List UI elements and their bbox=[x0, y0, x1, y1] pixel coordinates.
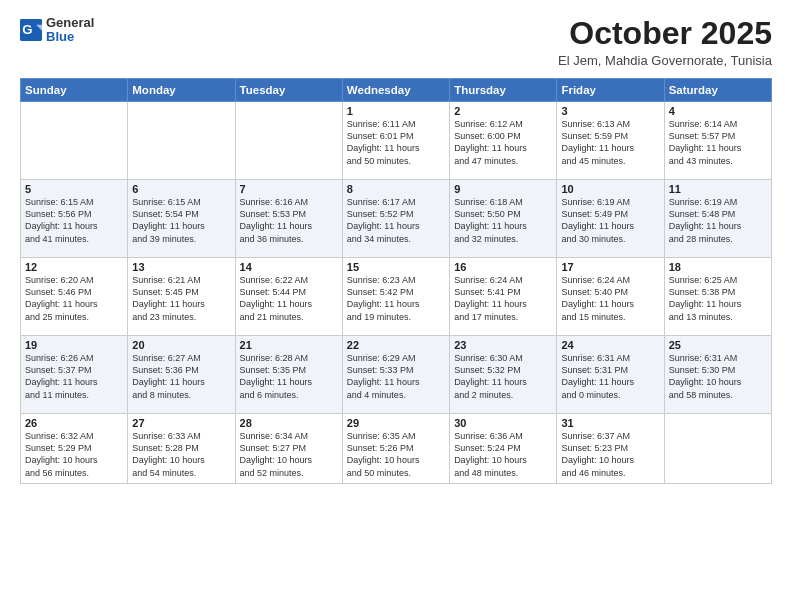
day-number: 25 bbox=[669, 339, 767, 351]
day-details: Sunrise: 6:14 AM Sunset: 5:57 PM Dayligh… bbox=[669, 118, 767, 167]
calendar-cell: 25Sunrise: 6:31 AM Sunset: 5:30 PM Dayli… bbox=[664, 336, 771, 414]
calendar-cell: 22Sunrise: 6:29 AM Sunset: 5:33 PM Dayli… bbox=[342, 336, 449, 414]
calendar-cell: 24Sunrise: 6:31 AM Sunset: 5:31 PM Dayli… bbox=[557, 336, 664, 414]
day-number: 17 bbox=[561, 261, 659, 273]
day-details: Sunrise: 6:26 AM Sunset: 5:37 PM Dayligh… bbox=[25, 352, 123, 401]
title-block: October 2025 El Jem, Mahdia Governorate,… bbox=[558, 16, 772, 68]
calendar-cell: 26Sunrise: 6:32 AM Sunset: 5:29 PM Dayli… bbox=[21, 414, 128, 484]
day-details: Sunrise: 6:12 AM Sunset: 6:00 PM Dayligh… bbox=[454, 118, 552, 167]
day-number: 20 bbox=[132, 339, 230, 351]
day-number: 4 bbox=[669, 105, 767, 117]
day-number: 6 bbox=[132, 183, 230, 195]
calendar-cell: 16Sunrise: 6:24 AM Sunset: 5:41 PM Dayli… bbox=[450, 258, 557, 336]
page-header: G General Blue October 2025 El Jem, Mahd… bbox=[20, 16, 772, 68]
day-details: Sunrise: 6:20 AM Sunset: 5:46 PM Dayligh… bbox=[25, 274, 123, 323]
calendar-cell: 7Sunrise: 6:16 AM Sunset: 5:53 PM Daylig… bbox=[235, 180, 342, 258]
day-details: Sunrise: 6:37 AM Sunset: 5:23 PM Dayligh… bbox=[561, 430, 659, 479]
logo-blue-text: Blue bbox=[46, 30, 94, 44]
calendar-cell: 27Sunrise: 6:33 AM Sunset: 5:28 PM Dayli… bbox=[128, 414, 235, 484]
calendar-cell bbox=[235, 102, 342, 180]
day-details: Sunrise: 6:33 AM Sunset: 5:28 PM Dayligh… bbox=[132, 430, 230, 479]
day-details: Sunrise: 6:19 AM Sunset: 5:49 PM Dayligh… bbox=[561, 196, 659, 245]
day-details: Sunrise: 6:34 AM Sunset: 5:27 PM Dayligh… bbox=[240, 430, 338, 479]
calendar-cell bbox=[21, 102, 128, 180]
day-number: 12 bbox=[25, 261, 123, 273]
day-number: 23 bbox=[454, 339, 552, 351]
day-details: Sunrise: 6:11 AM Sunset: 6:01 PM Dayligh… bbox=[347, 118, 445, 167]
weekday-header: Monday bbox=[128, 79, 235, 102]
day-number: 5 bbox=[25, 183, 123, 195]
location-subtitle: El Jem, Mahdia Governorate, Tunisia bbox=[558, 53, 772, 68]
calendar-week-row: 12Sunrise: 6:20 AM Sunset: 5:46 PM Dayli… bbox=[21, 258, 772, 336]
day-details: Sunrise: 6:16 AM Sunset: 5:53 PM Dayligh… bbox=[240, 196, 338, 245]
day-details: Sunrise: 6:25 AM Sunset: 5:38 PM Dayligh… bbox=[669, 274, 767, 323]
calendar-cell: 5Sunrise: 6:15 AM Sunset: 5:56 PM Daylig… bbox=[21, 180, 128, 258]
day-number: 3 bbox=[561, 105, 659, 117]
logo-text: General Blue bbox=[46, 16, 94, 45]
weekday-header: Tuesday bbox=[235, 79, 342, 102]
calendar-cell: 20Sunrise: 6:27 AM Sunset: 5:36 PM Dayli… bbox=[128, 336, 235, 414]
day-details: Sunrise: 6:21 AM Sunset: 5:45 PM Dayligh… bbox=[132, 274, 230, 323]
day-details: Sunrise: 6:31 AM Sunset: 5:30 PM Dayligh… bbox=[669, 352, 767, 401]
day-number: 24 bbox=[561, 339, 659, 351]
calendar-cell: 10Sunrise: 6:19 AM Sunset: 5:49 PM Dayli… bbox=[557, 180, 664, 258]
day-details: Sunrise: 6:23 AM Sunset: 5:42 PM Dayligh… bbox=[347, 274, 445, 323]
day-details: Sunrise: 6:36 AM Sunset: 5:24 PM Dayligh… bbox=[454, 430, 552, 479]
weekday-header: Sunday bbox=[21, 79, 128, 102]
day-details: Sunrise: 6:18 AM Sunset: 5:50 PM Dayligh… bbox=[454, 196, 552, 245]
day-details: Sunrise: 6:22 AM Sunset: 5:44 PM Dayligh… bbox=[240, 274, 338, 323]
day-details: Sunrise: 6:31 AM Sunset: 5:31 PM Dayligh… bbox=[561, 352, 659, 401]
calendar-cell: 31Sunrise: 6:37 AM Sunset: 5:23 PM Dayli… bbox=[557, 414, 664, 484]
day-number: 8 bbox=[347, 183, 445, 195]
day-details: Sunrise: 6:29 AM Sunset: 5:33 PM Dayligh… bbox=[347, 352, 445, 401]
svg-text:G: G bbox=[22, 22, 32, 37]
calendar-cell: 15Sunrise: 6:23 AM Sunset: 5:42 PM Dayli… bbox=[342, 258, 449, 336]
calendar-cell: 6Sunrise: 6:15 AM Sunset: 5:54 PM Daylig… bbox=[128, 180, 235, 258]
day-number: 1 bbox=[347, 105, 445, 117]
day-number: 14 bbox=[240, 261, 338, 273]
day-number: 10 bbox=[561, 183, 659, 195]
day-number: 30 bbox=[454, 417, 552, 429]
calendar-week-row: 1Sunrise: 6:11 AM Sunset: 6:01 PM Daylig… bbox=[21, 102, 772, 180]
day-number: 15 bbox=[347, 261, 445, 273]
weekday-header: Friday bbox=[557, 79, 664, 102]
calendar-cell bbox=[128, 102, 235, 180]
calendar-week-row: 26Sunrise: 6:32 AM Sunset: 5:29 PM Dayli… bbox=[21, 414, 772, 484]
day-details: Sunrise: 6:19 AM Sunset: 5:48 PM Dayligh… bbox=[669, 196, 767, 245]
day-number: 28 bbox=[240, 417, 338, 429]
calendar-cell: 1Sunrise: 6:11 AM Sunset: 6:01 PM Daylig… bbox=[342, 102, 449, 180]
day-number: 27 bbox=[132, 417, 230, 429]
day-details: Sunrise: 6:24 AM Sunset: 5:40 PM Dayligh… bbox=[561, 274, 659, 323]
calendar-cell: 28Sunrise: 6:34 AM Sunset: 5:27 PM Dayli… bbox=[235, 414, 342, 484]
day-number: 19 bbox=[25, 339, 123, 351]
day-details: Sunrise: 6:30 AM Sunset: 5:32 PM Dayligh… bbox=[454, 352, 552, 401]
calendar-cell: 14Sunrise: 6:22 AM Sunset: 5:44 PM Dayli… bbox=[235, 258, 342, 336]
day-number: 26 bbox=[25, 417, 123, 429]
weekday-header: Wednesday bbox=[342, 79, 449, 102]
logo-general-text: General bbox=[46, 16, 94, 30]
calendar-cell bbox=[664, 414, 771, 484]
day-number: 7 bbox=[240, 183, 338, 195]
calendar-cell: 17Sunrise: 6:24 AM Sunset: 5:40 PM Dayli… bbox=[557, 258, 664, 336]
calendar-page: G General Blue October 2025 El Jem, Mahd… bbox=[0, 0, 792, 612]
day-details: Sunrise: 6:15 AM Sunset: 5:54 PM Dayligh… bbox=[132, 196, 230, 245]
day-details: Sunrise: 6:17 AM Sunset: 5:52 PM Dayligh… bbox=[347, 196, 445, 245]
calendar-cell: 4Sunrise: 6:14 AM Sunset: 5:57 PM Daylig… bbox=[664, 102, 771, 180]
calendar-week-row: 5Sunrise: 6:15 AM Sunset: 5:56 PM Daylig… bbox=[21, 180, 772, 258]
calendar-table: SundayMondayTuesdayWednesdayThursdayFrid… bbox=[20, 78, 772, 484]
header-row: SundayMondayTuesdayWednesdayThursdayFrid… bbox=[21, 79, 772, 102]
calendar-cell: 8Sunrise: 6:17 AM Sunset: 5:52 PM Daylig… bbox=[342, 180, 449, 258]
day-number: 29 bbox=[347, 417, 445, 429]
day-number: 9 bbox=[454, 183, 552, 195]
calendar-cell: 13Sunrise: 6:21 AM Sunset: 5:45 PM Dayli… bbox=[128, 258, 235, 336]
calendar-cell: 2Sunrise: 6:12 AM Sunset: 6:00 PM Daylig… bbox=[450, 102, 557, 180]
day-number: 13 bbox=[132, 261, 230, 273]
day-details: Sunrise: 6:35 AM Sunset: 5:26 PM Dayligh… bbox=[347, 430, 445, 479]
calendar-cell: 11Sunrise: 6:19 AM Sunset: 5:48 PM Dayli… bbox=[664, 180, 771, 258]
day-details: Sunrise: 6:24 AM Sunset: 5:41 PM Dayligh… bbox=[454, 274, 552, 323]
calendar-cell: 30Sunrise: 6:36 AM Sunset: 5:24 PM Dayli… bbox=[450, 414, 557, 484]
day-number: 18 bbox=[669, 261, 767, 273]
logo: G General Blue bbox=[20, 16, 94, 45]
day-details: Sunrise: 6:28 AM Sunset: 5:35 PM Dayligh… bbox=[240, 352, 338, 401]
day-number: 16 bbox=[454, 261, 552, 273]
